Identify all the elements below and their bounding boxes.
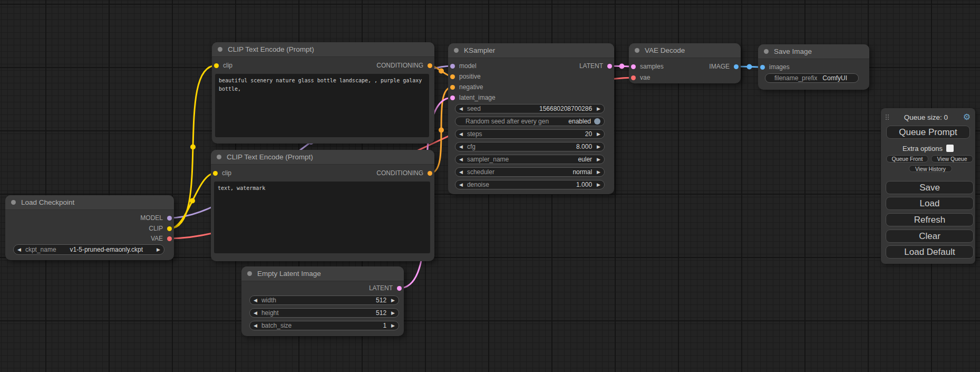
output-slot-vae[interactable]: VAE bbox=[151, 235, 172, 242]
node-title-bar[interactable]: CLIP Text Encode (Prompt) bbox=[212, 42, 434, 57]
prompt-textarea[interactable]: beautiful scenery nature glass bottle la… bbox=[215, 74, 429, 137]
comfyui-graph-canvas[interactable]: { "colors": { "MODEL": "#B39DDB", "CLIP"… bbox=[0, 0, 980, 372]
input-slot-vae[interactable]: vae bbox=[631, 74, 650, 81]
settings-gear-icon[interactable]: ⚙ bbox=[963, 113, 971, 121]
slot-dot-conditioning[interactable] bbox=[450, 85, 455, 90]
refresh-button[interactable]: Refresh bbox=[886, 213, 974, 226]
slot-dot-latent[interactable] bbox=[631, 64, 636, 69]
queue-prompt-button[interactable]: Queue Prompt bbox=[886, 126, 970, 139]
output-slot-model[interactable]: MODEL bbox=[140, 214, 172, 222]
decrement-arrow-icon[interactable]: ◀ bbox=[459, 106, 463, 111]
width-widget[interactable]: ◀ width 512 ▶ bbox=[249, 295, 399, 305]
slot-dot-image[interactable] bbox=[734, 64, 739, 69]
link-midpoint-dot[interactable] bbox=[619, 64, 625, 69]
output-slot-image[interactable]: IMAGE bbox=[709, 63, 739, 70]
slot-dot-clip[interactable] bbox=[213, 171, 218, 176]
input-slot-images[interactable]: images bbox=[760, 63, 790, 71]
node-vae-decode[interactable]: VAE Decode samples vae IMAGE bbox=[629, 43, 741, 83]
input-slot-samples[interactable]: samples bbox=[631, 63, 664, 70]
increment-arrow-icon[interactable]: ▶ bbox=[597, 169, 600, 175]
decrement-arrow-icon[interactable]: ◀ bbox=[459, 157, 463, 162]
decrement-arrow-icon[interactable]: ◀ bbox=[459, 182, 463, 187]
input-slot-model[interactable]: model bbox=[450, 62, 477, 70]
slot-dot-clip[interactable] bbox=[214, 63, 219, 68]
random-seed-toggle-widget[interactable]: Random seed after every gen enabled bbox=[455, 117, 605, 126]
slot-dot-vae[interactable] bbox=[167, 236, 172, 241]
steps-widget[interactable]: ◀ steps 20 ▶ bbox=[455, 129, 605, 139]
output-slot-clip[interactable]: CLIP bbox=[149, 225, 172, 232]
node-clip-text-encode-positive[interactable]: CLIP Text Encode (Prompt) clip CONDITION… bbox=[212, 42, 434, 144]
drag-handle-icon[interactable] bbox=[886, 115, 889, 120]
node-title-bar[interactable]: Load Checkpoint bbox=[5, 195, 174, 210]
slot-dot-conditioning[interactable] bbox=[450, 74, 455, 79]
slot-dot-conditioning[interactable] bbox=[428, 171, 432, 176]
denoise-widget[interactable]: ◀ denoise 1.000 ▶ bbox=[455, 180, 605, 189]
output-slot-conditioning[interactable]: CONDITIONING bbox=[376, 62, 432, 69]
filename-prefix-widget[interactable]: filename_prefix ComfyUI bbox=[765, 73, 859, 83]
output-slot-latent[interactable]: LATENT bbox=[369, 284, 402, 292]
prompt-textarea[interactable]: text, watermark bbox=[214, 182, 430, 253]
slot-dot-latent[interactable] bbox=[450, 96, 455, 100]
ckpt-name-combo[interactable]: ◀ ckpt_name v1-5-pruned-emaonly.ckpt ▶ bbox=[13, 244, 164, 255]
increment-arrow-icon[interactable]: ▶ bbox=[157, 247, 160, 252]
link-midpoint-dot[interactable] bbox=[747, 64, 752, 70]
decrement-arrow-icon[interactable]: ◀ bbox=[459, 169, 463, 175]
cfg-widget[interactable]: ◀ cfg 8.000 ▶ bbox=[455, 142, 605, 151]
sampler-name-widget[interactable]: ◀ sampler_name euler ▶ bbox=[455, 155, 605, 164]
slot-dot-vae[interactable] bbox=[631, 75, 636, 80]
increment-arrow-icon[interactable]: ▶ bbox=[597, 131, 600, 137]
toggle-on-icon[interactable] bbox=[594, 118, 600, 125]
clear-button[interactable]: Clear bbox=[886, 230, 974, 243]
node-title-bar[interactable]: VAE Decode bbox=[629, 43, 741, 58]
slot-dot-model[interactable] bbox=[450, 64, 455, 69]
input-slot-clip[interactable]: clip bbox=[214, 62, 232, 69]
slot-dot-latent[interactable] bbox=[607, 64, 612, 69]
node-save-image[interactable]: Save Image images filename_prefix ComfyU… bbox=[758, 44, 869, 90]
save-button[interactable]: Save bbox=[886, 181, 974, 194]
collapse-dot-icon[interactable] bbox=[247, 271, 252, 276]
collapse-dot-icon[interactable] bbox=[454, 48, 459, 53]
node-load-checkpoint[interactable]: Load Checkpoint MODEL CLIP VAE ◀ ckpt_na… bbox=[5, 195, 174, 260]
input-slot-latent-image[interactable]: latent_image bbox=[450, 94, 496, 101]
increment-arrow-icon[interactable]: ▶ bbox=[597, 182, 600, 187]
height-widget[interactable]: ◀ height 512 ▶ bbox=[249, 308, 399, 318]
decrement-arrow-icon[interactable]: ◀ bbox=[459, 131, 463, 137]
node-title-bar[interactable]: KSampler bbox=[448, 43, 614, 58]
increment-arrow-icon[interactable]: ▶ bbox=[597, 144, 600, 149]
slot-dot-image[interactable] bbox=[760, 65, 765, 70]
collapse-dot-icon[interactable] bbox=[764, 49, 769, 54]
increment-arrow-icon[interactable]: ▶ bbox=[391, 310, 395, 316]
decrement-arrow-icon[interactable]: ◀ bbox=[254, 323, 257, 328]
node-clip-text-encode-negative[interactable]: CLIP Text Encode (Prompt) clip CONDITION… bbox=[211, 150, 434, 261]
batch-size-widget[interactable]: ◀ batch_size 1 ▶ bbox=[249, 321, 399, 330]
node-ksampler[interactable]: KSampler model positive negative latent_… bbox=[448, 43, 614, 194]
decrement-arrow-icon[interactable]: ◀ bbox=[459, 144, 463, 149]
load-button[interactable]: Load bbox=[886, 197, 974, 210]
link-midpoint-dot[interactable] bbox=[439, 128, 444, 133]
link-midpoint-dot[interactable] bbox=[439, 69, 444, 74]
view-queue-button[interactable]: View Queue bbox=[931, 155, 973, 163]
output-slot-latent[interactable]: LATENT bbox=[579, 62, 612, 70]
input-slot-positive[interactable]: positive bbox=[450, 73, 481, 80]
seed-widget[interactable]: ◀ seed 156680208700286 ▶ bbox=[455, 104, 605, 113]
extra-options-checkbox[interactable] bbox=[946, 145, 954, 152]
decrement-arrow-icon[interactable]: ◀ bbox=[254, 298, 257, 303]
collapse-dot-icon[interactable] bbox=[11, 200, 16, 205]
view-history-button[interactable]: View History bbox=[909, 165, 952, 172]
node-empty-latent-image[interactable]: Empty Latent Image LATENT ◀ width 512 ▶ … bbox=[241, 266, 404, 336]
collapse-dot-icon[interactable] bbox=[217, 155, 221, 159]
collapse-dot-icon[interactable] bbox=[635, 48, 639, 53]
decrement-arrow-icon[interactable]: ◀ bbox=[254, 310, 257, 316]
slot-dot-model[interactable] bbox=[167, 216, 172, 221]
queue-front-button[interactable]: Queue Front bbox=[886, 155, 928, 163]
slot-dot-clip[interactable] bbox=[167, 226, 172, 231]
collapse-dot-icon[interactable] bbox=[218, 47, 222, 52]
slot-dot-latent[interactable] bbox=[397, 286, 402, 291]
increment-arrow-icon[interactable]: ▶ bbox=[391, 298, 395, 303]
input-slot-negative[interactable]: negative bbox=[450, 83, 483, 91]
link-midpoint-dot[interactable] bbox=[190, 145, 196, 150]
decrement-arrow-icon[interactable]: ◀ bbox=[17, 247, 21, 252]
node-title-bar[interactable]: Save Image bbox=[758, 44, 869, 59]
node-title-bar[interactable]: CLIP Text Encode (Prompt) bbox=[211, 150, 434, 165]
increment-arrow-icon[interactable]: ▶ bbox=[597, 106, 600, 111]
